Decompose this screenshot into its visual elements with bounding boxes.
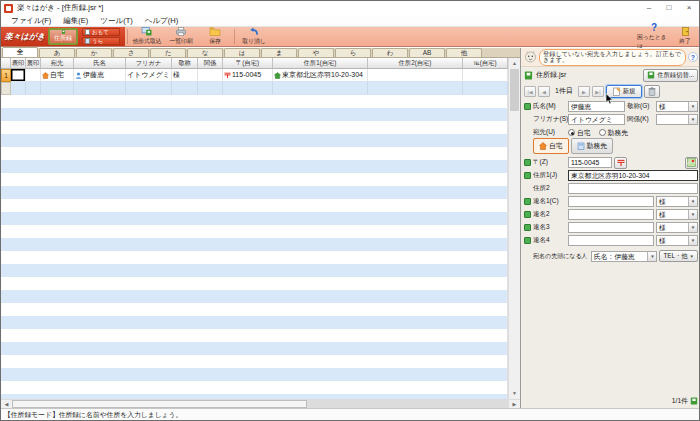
scroll-left-arrow-icon[interactable]: ◀ — [1, 400, 12, 408]
empty-table-row[interactable] — [1, 82, 508, 95]
kana-tab-ma[interactable]: ま — [261, 48, 297, 57]
kana-tab-ta[interactable]: た — [150, 48, 186, 57]
kana-tab-other[interactable]: 他 — [446, 48, 482, 57]
col-header-honorific[interactable]: 敬称 — [172, 58, 198, 69]
kana-tab-na[interactable]: な — [187, 48, 223, 57]
address1-input[interactable]: 東京都北区赤羽10-20-304 — [568, 170, 698, 181]
close-button[interactable]: × — [679, 1, 699, 15]
col-header-relation[interactable]: 関係 — [198, 58, 223, 69]
chevron-down-icon[interactable]: ▼ — [688, 115, 697, 124]
address1-cell[interactable]: 東京都北区赤羽10-20-304 — [273, 69, 368, 82]
joint-name3-honorific-select[interactable]: 様 ▼ — [656, 222, 698, 233]
col-header-tel-home[interactable]: ℡(自宅) — [463, 58, 508, 69]
address-book-mode-button[interactable]: 住所録 — [48, 28, 78, 45]
kana-tab-sa[interactable]: さ — [113, 48, 149, 57]
joint-name4-honorific-select[interactable]: 様 ▼ — [656, 235, 698, 246]
chevron-down-icon[interactable]: ▼ — [688, 102, 697, 111]
home-tab[interactable]: 自宅 — [533, 138, 569, 154]
import-button[interactable]: 他形式取込 — [130, 27, 164, 46]
chevron-down-icon[interactable]: ▼ — [688, 236, 697, 245]
tel-etc-button[interactable]: TEL・他 ▼ — [659, 250, 698, 262]
vertical-scroll-track[interactable] — [509, 69, 520, 388]
address2-cell[interactable] — [368, 69, 463, 82]
zip-input[interactable]: 115-0045 — [568, 157, 612, 168]
joint-name2-honorific-select[interactable]: 様 ▼ — [656, 209, 698, 220]
col-header-rownum[interactable] — [1, 58, 11, 69]
head-person-select[interactable]: 氏名：伊藤恵 ▼ — [591, 251, 657, 262]
next-record-button[interactable]: ▶ — [578, 86, 590, 97]
horizontal-scroll-track[interactable] — [12, 400, 509, 408]
kana-tab-a[interactable]: あ — [39, 48, 75, 57]
joint-name4-input[interactable] — [568, 235, 654, 246]
delete-record-button[interactable] — [644, 85, 660, 98]
menu-help[interactable]: ヘルプ(H) — [139, 16, 184, 26]
kana-tab-ka[interactable]: か — [76, 48, 112, 57]
honorific-cell[interactable]: 様 — [172, 69, 198, 82]
home-radio-label[interactable]: 自宅 — [577, 128, 591, 138]
relation-select[interactable]: ▼ — [656, 114, 698, 125]
vertical-scrollbar[interactable]: ▲ ▼ — [508, 58, 520, 399]
exit-button[interactable]: 終了 — [671, 27, 699, 46]
menu-edit[interactable]: 編集(E) — [57, 16, 94, 26]
work-radio[interactable] — [599, 129, 606, 136]
kana-tab-ya[interactable]: や — [298, 48, 334, 57]
joint-name3-input[interactable] — [568, 222, 654, 233]
kana-tab-all[interactable]: 全 — [2, 47, 38, 57]
map-button[interactable] — [685, 157, 698, 169]
ura-button[interactable]: うら — [82, 37, 120, 45]
kana-tab-ab[interactable]: AB — [409, 48, 445, 57]
save-button[interactable]: 保存 — [198, 27, 232, 46]
menu-file[interactable]: ファイル(F) — [5, 16, 57, 26]
table-row[interactable]: 1 自宅 伊藤恵 イトウメグミ 様 — [1, 69, 508, 82]
front-print-cell[interactable] — [11, 69, 26, 82]
row-number-cell[interactable]: 1 — [1, 69, 11, 82]
name-cell[interactable]: 伊藤恵 — [74, 69, 126, 82]
tel-cell[interactable] — [463, 69, 508, 82]
first-record-button[interactable]: |◀ — [524, 86, 536, 97]
joint-name1-honorific-select[interactable]: 様 ▼ — [656, 196, 698, 207]
honorific-select[interactable]: 様 ▼ — [656, 101, 698, 112]
col-header-address2-home[interactable]: 住所2(自宅) — [368, 58, 463, 69]
help-button[interactable]: ? 困ったときは — [637, 27, 671, 46]
switch-address-book-button[interactable]: 住所録切替... — [643, 69, 698, 82]
col-header-addressee[interactable]: 宛先 — [41, 58, 74, 69]
scroll-down-arrow-icon[interactable]: ▼ — [509, 388, 520, 399]
chevron-down-icon[interactable]: ▼ — [688, 197, 697, 206]
zip-lookup-button[interactable] — [614, 157, 627, 169]
undo-button[interactable]: 取り消し — [237, 27, 271, 46]
name-input[interactable]: 伊藤恵 — [568, 101, 625, 112]
vertical-scroll-thumb[interactable] — [510, 69, 519, 111]
col-header-back-print[interactable]: 裏印 — [26, 58, 41, 69]
horizontal-scrollbar[interactable]: ◀ ▶ — [1, 399, 520, 408]
kana-tab-ra[interactable]: ら — [335, 48, 371, 57]
col-header-zip-home[interactable]: 〒(自宅) — [223, 58, 273, 69]
chevron-down-icon[interactable]: ▼ — [688, 223, 697, 232]
last-record-button[interactable]: ▶| — [592, 86, 604, 97]
menu-tools[interactable]: ツール(T) — [94, 16, 138, 26]
minimize-button[interactable]: – — [639, 1, 659, 15]
hint-help-icon[interactable]: ? — [688, 52, 698, 62]
print-list-button[interactable]: 一覧印刷 — [164, 27, 198, 46]
home-radio[interactable] — [568, 129, 575, 136]
col-header-furigana[interactable]: フリガナ — [126, 58, 172, 69]
joint-name2-input[interactable] — [568, 209, 654, 220]
col-header-address1-home[interactable]: 住所1(自宅) — [273, 58, 368, 69]
furigana-cell[interactable]: イトウメグミ — [126, 69, 172, 82]
back-print-cell[interactable] — [26, 69, 41, 82]
kana-tab-ha[interactable]: は — [224, 48, 260, 57]
relation-cell[interactable] — [198, 69, 223, 82]
maximize-button[interactable]: □ — [659, 1, 679, 15]
work-radio-label[interactable]: 勤務先 — [608, 128, 628, 138]
zip-cell[interactable]: 115-0045 — [223, 69, 273, 82]
scroll-right-arrow-icon[interactable]: ▶ — [509, 400, 520, 408]
kana-tab-wa[interactable]: わ — [372, 48, 408, 57]
col-header-front-print[interactable]: 表印 — [11, 58, 26, 69]
work-tab[interactable]: 勤務先 — [571, 138, 613, 154]
addressee-cell[interactable]: 自宅 — [41, 69, 74, 82]
chevron-down-icon[interactable]: ▼ — [647, 252, 656, 261]
furigana-input[interactable]: イトウメグミ — [568, 114, 625, 125]
scroll-up-arrow-icon[interactable]: ▲ — [509, 58, 520, 69]
chevron-down-icon[interactable]: ▼ — [688, 210, 697, 219]
omote-button[interactable]: おもて — [82, 28, 120, 36]
prev-record-button[interactable]: ◀ — [538, 86, 550, 97]
